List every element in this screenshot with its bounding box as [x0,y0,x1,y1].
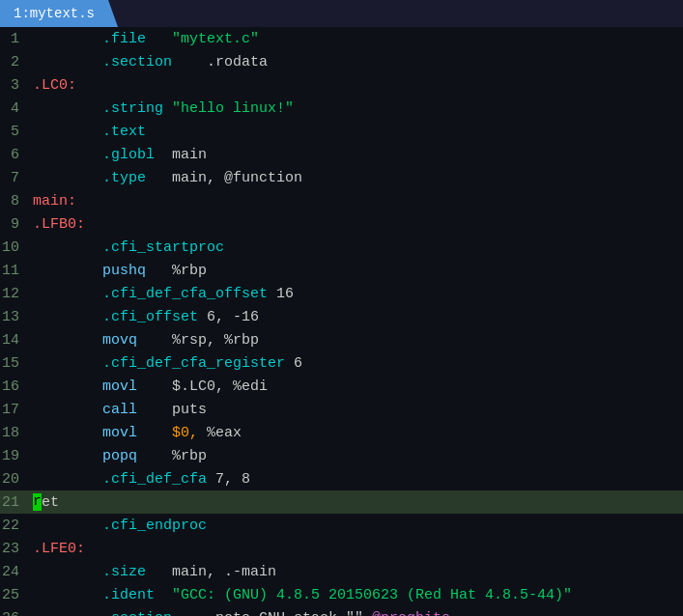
line-content-25: .ident "GCC: (GNU) 4.8.5 20150623 (Red H… [29,587,572,603]
code-line-11: 11 pushq %rbp [0,259,683,282]
line-number-26: 26 [0,610,29,617]
line-content-18: movl $0, %eax [29,425,242,441]
line-content-23: .LFE0: [29,541,85,557]
code-line-5: 5 .text [0,120,683,143]
line-number-16: 16 [0,378,29,395]
line-content-15: .cfi_def_cfa_register 6 [29,355,302,372]
line-number-11: 11 [0,263,29,279]
code-line-18: 18 movl $0, %eax [0,421,683,444]
line-content-20: .cfi_def_cfa 7, 8 [29,471,250,488]
line-content-2: .section .rodata [29,54,268,70]
code-line-19: 19 popq %rbp [0,444,683,467]
code-line-23: 23.LFE0: [0,537,683,560]
code-line-13: 13 .cfi_offset 6, -16 [0,305,683,328]
line-number-7: 7 [0,170,29,186]
code-line-22: 22 .cfi_endproc [0,514,683,537]
tab-mytext-s[interactable]: 1 : mytext.s [0,0,118,27]
code-editor: 1 .file "mytext.c"2 .section .rodata3.LC… [0,27,683,616]
code-line-20: 20 .cfi_def_cfa 7, 8 [0,467,683,490]
line-content-8: main: [29,193,76,210]
code-line-6: 6 .globl main [0,143,683,166]
line-number-15: 15 [0,355,29,372]
code-line-16: 16 movl $.LC0, %edi [0,375,683,398]
line-number-24: 24 [0,564,29,580]
line-content-22: .cfi_endproc [29,518,207,534]
line-number-25: 25 [0,587,29,603]
line-content-21: ret [29,493,59,511]
line-number-3: 3 [0,77,29,94]
line-number-14: 14 [0,332,29,349]
line-number-8: 8 [0,193,29,210]
line-content-7: .type main, @function [29,170,302,186]
line-number-2: 2 [0,54,29,70]
line-content-13: .cfi_offset 6, -16 [29,309,259,325]
line-content-16: movl $.LC0, %edi [29,378,268,395]
code-line-2: 2 .section .rodata [0,50,683,73]
line-number-5: 5 [0,124,29,140]
code-line-24: 24 .size main, .-main [0,560,683,583]
line-number-13: 13 [0,309,29,325]
tab-bar: 1 : mytext.s [0,0,683,27]
code-line-1: 1 .file "mytext.c" [0,27,683,50]
line-content-14: movq %rsp, %rbp [29,332,259,349]
tab-filename: mytext.s [30,6,95,21]
line-number-19: 19 [0,448,29,464]
code-line-4: 4 .string "hello linux!" [0,97,683,120]
line-number-17: 17 [0,402,29,418]
line-number-20: 20 [0,471,29,488]
line-content-12: .cfi_def_cfa_offset 16 [29,286,294,302]
code-line-7: 7 .type main, @function [0,166,683,189]
line-content-1: .file "mytext.c" [29,31,259,47]
line-content-19: popq %rbp [29,448,207,464]
line-number-4: 4 [0,100,29,117]
text-cursor: r [33,493,42,511]
tab-separator: : [21,6,29,21]
code-line-21: 21ret [0,490,683,514]
code-line-10: 10 .cfi_startproc [0,236,683,259]
line-number-1: 1 [0,31,29,47]
code-line-25: 25 .ident "GCC: (GNU) 4.8.5 20150623 (Re… [0,583,683,606]
line-content-9: .LFB0: [29,216,85,233]
line-content-11: pushq %rbp [29,263,207,279]
code-line-3: 3.LC0: [0,73,683,97]
line-content-3: .LC0: [29,77,76,94]
line-number-22: 22 [0,518,29,534]
line-content-24: .size main, .-main [29,564,276,580]
code-line-12: 12 .cfi_def_cfa_offset 16 [0,282,683,305]
line-number-9: 9 [0,216,29,233]
line-content-4: .string "hello linux!" [29,100,294,117]
line-number-21: 21 [0,494,29,511]
code-line-14: 14 movq %rsp, %rbp [0,328,683,351]
code-line-8: 8main: [0,189,683,212]
code-line-17: 17 call puts [0,398,683,421]
line-number-23: 23 [0,541,29,557]
line-content-5: .text [29,124,146,140]
tab-number: 1 [14,6,21,21]
line-number-10: 10 [0,239,29,256]
code-line-26: 26 .section .note.GNU-stack,"",@progbits [0,606,683,616]
line-content-26: .section .note.GNU-stack,"",@progbits [29,610,450,617]
code-line-9: 9.LFB0: [0,212,683,236]
line-content-10: .cfi_startproc [29,239,224,256]
line-number-12: 12 [0,286,29,302]
code-line-15: 15 .cfi_def_cfa_register 6 [0,351,683,375]
line-content-6: .globl main [29,147,207,163]
line-number-18: 18 [0,425,29,441]
line-content-17: call puts [29,402,207,418]
line-number-6: 6 [0,147,29,163]
